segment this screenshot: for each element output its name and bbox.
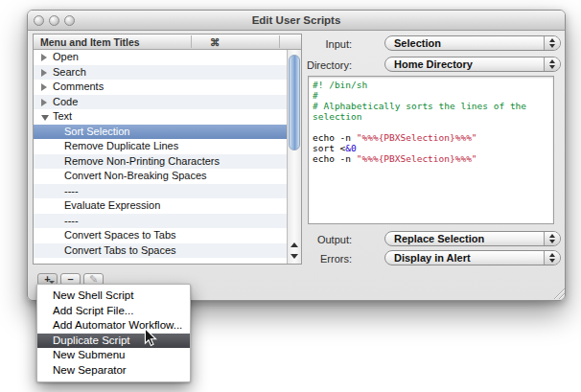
code-line [313, 122, 549, 132]
list-item-label: Sort Selection [64, 125, 129, 140]
errors-label: Errors: [275, 251, 352, 266]
list-item-label: Search [53, 65, 86, 81]
errors-select[interactable]: Display in Alert [384, 250, 561, 265]
resize-grip-icon[interactable] [551, 286, 566, 300]
menu-item[interactable]: Add Automator Workflow... [37, 318, 190, 334]
list-item[interactable]: Remove Non-Printing Characters [34, 154, 287, 170]
output-select[interactable]: Replace Selection [384, 231, 561, 246]
list-item-label: Evaluate Expression [64, 198, 160, 214]
script-list: Menu and Item Titles ⌘ OpenSearchComment… [33, 34, 302, 265]
list-item[interactable]: Open [34, 50, 287, 65]
list-item[interactable]: Sort Selection [34, 125, 287, 140]
disclosure-closed-icon[interactable] [41, 54, 47, 61]
directory-value: Home Directory [394, 58, 473, 71]
list-item-label: Open [53, 50, 79, 65]
list-item[interactable]: Text [34, 109, 287, 125]
directory-label: Directory: [275, 58, 352, 73]
popup-stepper-icon [544, 36, 560, 50]
code-line: sort <&0 [313, 143, 549, 153]
input-label: Input: [275, 36, 352, 52]
disclosure-closed-icon[interactable] [41, 83, 47, 91]
list-item-label: Remove Non-Printing Characters [64, 154, 220, 170]
script-list-rows: OpenSearchCommentsCodeTextSort Selection… [34, 50, 287, 264]
window-title: Edit User Scripts [28, 11, 565, 31]
list-item[interactable]: ---- [34, 214, 287, 229]
column-divider[interactable] [191, 35, 192, 48]
edit-user-scripts-window: Edit User Scripts Menu and Item Titles ⌘… [27, 10, 566, 301]
list-item-label: ---- [64, 258, 79, 264]
list-item[interactable]: ---- [34, 184, 287, 199]
disclosure-closed-icon[interactable] [41, 69, 47, 77]
desktop: Edit User Scripts Menu and Item Titles ⌘… [0, 0, 581, 392]
list-item[interactable]: Remove Duplicate Lines [34, 139, 287, 154]
list-item[interactable]: Search [34, 65, 287, 81]
column-header-shortcut[interactable]: ⌘ [210, 35, 221, 50]
menu-item[interactable]: Duplicate Script [37, 334, 190, 349]
list-item-label: Convert Non-Breaking Spaces [64, 169, 207, 184]
list-item[interactable]: Code [34, 95, 287, 110]
code-line: # [313, 90, 549, 101]
menu-item[interactable]: New Submenu [37, 348, 190, 363]
menu-item[interactable]: New Separator [37, 363, 190, 379]
list-item-label: Comments [53, 80, 104, 95]
list-item-label: Text [53, 109, 72, 125]
errors-value: Display in Alert [394, 251, 471, 265]
list-item-label: ---- [64, 214, 79, 229]
mouse-cursor-icon [144, 328, 157, 347]
output-value: Replace Selection [394, 232, 484, 245]
list-item[interactable]: Convert Spaces to Tabs [34, 228, 287, 243]
add-script-menu: New Shell ScriptAdd Script File...Add Au… [36, 284, 191, 382]
code-line: echo -n "%%%{PBXSelection}%%%" [313, 132, 549, 143]
list-item-label: Remove Duplicate Lines [64, 139, 178, 154]
script-list-header[interactable]: Menu and Item Titles ⌘ [34, 35, 301, 50]
list-item-label: Convert Tabs to Spaces [64, 243, 176, 259]
list-item[interactable]: Comments [34, 80, 287, 95]
disclosure-closed-icon[interactable] [41, 99, 47, 106]
list-item[interactable]: Convert Non-Breaking Spaces [34, 169, 287, 184]
script-editor[interactable]: #! /bin/sh## Alphabetically sorts the li… [308, 76, 554, 224]
menu-item[interactable]: New Shell Script [37, 288, 190, 304]
output-label: Output: [275, 232, 352, 247]
column-header-titles[interactable]: Menu and Item Titles [40, 35, 140, 50]
input-select[interactable]: Selection [384, 35, 561, 51]
list-item[interactable]: ---- [34, 258, 287, 264]
list-item-label: Code [53, 95, 78, 110]
input-value: Selection [394, 36, 441, 50]
list-item[interactable]: Convert Tabs to Spaces [34, 243, 287, 259]
code-line: echo -n "%%%{PBXSelection}%%%" [313, 153, 549, 164]
disclosure-open-icon[interactable] [41, 115, 49, 121]
title-bar[interactable]: Edit User Scripts [28, 11, 565, 31]
list-item-label: ---- [64, 184, 79, 199]
list-item[interactable]: Evaluate Expression [34, 198, 287, 214]
script-code: #! /bin/sh## Alphabetically sorts the li… [309, 77, 553, 167]
directory-select[interactable]: Home Directory [384, 57, 561, 72]
menu-item[interactable]: Add Script File... [37, 304, 190, 319]
code-line: # Alphabetically sorts the lines of the … [313, 101, 549, 122]
code-line: #! /bin/sh [313, 80, 549, 90]
popup-stepper-icon [544, 251, 560, 265]
list-item-label: Convert Spaces to Tabs [64, 228, 176, 243]
popup-stepper-icon [544, 58, 560, 71]
popup-stepper-icon [544, 232, 560, 245]
